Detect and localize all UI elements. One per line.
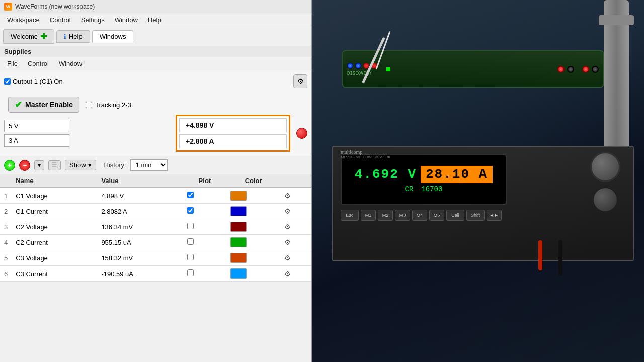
row-4-plot[interactable] xyxy=(183,235,227,250)
row-6-color[interactable] xyxy=(226,266,280,282)
supplies-header: Supplies xyxy=(0,46,311,57)
ps-watts: 16700 xyxy=(421,185,442,193)
row-6-num: 6 xyxy=(0,266,12,282)
row-5-gear-icon[interactable]: ⚙ xyxy=(284,254,291,262)
row-1-value: 4.898 V xyxy=(97,188,183,204)
row-5-name: C3 Voltage xyxy=(12,250,97,266)
ps-knob[interactable] xyxy=(590,152,620,182)
current-setpoint-input[interactable] xyxy=(4,134,69,147)
output1-checkbox[interactable] xyxy=(4,78,11,85)
tab-windows-label: Windows xyxy=(100,33,126,40)
row-3-plot[interactable] xyxy=(183,219,227,235)
tab-help[interactable]: ℹ Help xyxy=(56,30,90,43)
row-5-color[interactable] xyxy=(226,250,280,266)
row-1-gear-icon[interactable]: ⚙ xyxy=(284,192,291,200)
ps-button-row-1: Esc M1 M2 M3 M4 M5 Call Shift ◄► xyxy=(341,210,502,221)
m5-button[interactable]: M5 xyxy=(429,210,444,221)
current-input-row xyxy=(4,134,172,147)
row-1-settings[interactable]: ⚙ xyxy=(280,188,311,204)
row-4-gear-icon[interactable]: ⚙ xyxy=(284,238,291,246)
row-6-gear-icon[interactable]: ⚙ xyxy=(284,269,291,278)
row-2-plot[interactable] xyxy=(183,204,227,219)
row-2-color-swatch[interactable] xyxy=(230,206,247,216)
col-settings xyxy=(280,174,311,188)
history-select[interactable]: 1 min5 min15 min30 min1 hour xyxy=(130,159,168,171)
vc-inputs xyxy=(4,120,172,147)
show-button[interactable]: Show ▾ xyxy=(65,160,96,170)
output1-label: Output 1 (C1) On xyxy=(13,78,63,85)
row-4-num: 4 xyxy=(0,235,12,250)
row-4-color[interactable] xyxy=(226,235,280,250)
list-button[interactable]: ☰ xyxy=(48,160,61,170)
esc-button[interactable]: Esc xyxy=(341,210,359,221)
vc-display-box xyxy=(176,115,290,152)
ps-knob-2[interactable] xyxy=(593,187,618,212)
check-icon: ✔ xyxy=(15,99,22,110)
output1-section: Output 1 (C1) On ⚙ ✔ Master Enable Track… xyxy=(0,70,311,156)
row-3-color-swatch[interactable] xyxy=(230,222,247,232)
row-6-name: C3 Current xyxy=(12,266,97,282)
ps-wire-black xyxy=(558,240,562,276)
master-enable-button[interactable]: ✔ Master Enable xyxy=(8,97,79,113)
sub-menu-window[interactable]: Window xyxy=(54,58,87,69)
voltage-input-row xyxy=(4,120,172,132)
add-button[interactable]: + xyxy=(4,160,15,171)
call-button[interactable]: Call xyxy=(446,210,464,221)
menu-settings[interactable]: Settings xyxy=(76,15,110,25)
remove-button[interactable]: − xyxy=(19,160,30,171)
row-5-plot[interactable] xyxy=(183,250,227,266)
tab-welcome[interactable]: Welcome ✚ xyxy=(3,29,54,44)
row-2-settings[interactable]: ⚙ xyxy=(280,204,311,219)
extra-button[interactable]: ▾ xyxy=(34,160,44,170)
output1-settings-button[interactable]: ⚙ xyxy=(293,74,307,88)
table-row: 4 C2 Current 955.15 uA ⚙ xyxy=(0,235,311,250)
tracking-text: Tracking 2-3 xyxy=(95,101,131,109)
col-name: Name xyxy=(12,174,97,188)
row-5-num: 5 xyxy=(0,250,12,266)
row-3-settings[interactable]: ⚙ xyxy=(280,219,311,235)
row-1-color[interactable] xyxy=(226,188,280,204)
voltage-setpoint-input[interactable] xyxy=(4,120,69,132)
show-arrow-icon: ▾ xyxy=(88,161,92,169)
row-2-gear-icon[interactable]: ⚙ xyxy=(284,207,291,215)
row-5-color-swatch[interactable] xyxy=(230,253,247,263)
nav-button[interactable]: ◄► xyxy=(487,210,502,221)
menu-control[interactable]: Control xyxy=(45,15,76,25)
ps-voltage-display: 4.692 V xyxy=(355,167,417,182)
ps-cr-label: CR xyxy=(405,185,414,193)
m4-button[interactable]: M4 xyxy=(412,210,427,221)
row-4-color-swatch[interactable] xyxy=(230,237,247,247)
out-port-b1 xyxy=(567,66,574,73)
tracking-label[interactable]: Tracking 2-3 xyxy=(86,101,131,109)
menu-window[interactable]: Window xyxy=(110,15,143,25)
m1-button[interactable]: M1 xyxy=(361,210,376,221)
menu-help[interactable]: Help xyxy=(143,15,167,25)
shift-button[interactable]: Shift xyxy=(466,210,485,221)
table-row: 1 C1 Voltage 4.898 V ⚙ xyxy=(0,188,311,204)
row-3-gear-icon[interactable]: ⚙ xyxy=(284,223,291,231)
row-1-plot[interactable] xyxy=(183,188,227,204)
tab-windows[interactable]: Windows xyxy=(92,30,134,43)
output1-checkbox-label[interactable]: Output 1 (C1) On xyxy=(4,78,63,85)
row-3-color[interactable] xyxy=(226,219,280,235)
sub-menu-control[interactable]: Control xyxy=(23,58,54,69)
sub-menu-file[interactable]: File xyxy=(2,58,23,69)
ps-brand-label: multicomp xyxy=(341,149,362,155)
row-4-settings[interactable]: ⚙ xyxy=(280,235,311,250)
m2-button[interactable]: M2 xyxy=(378,210,393,221)
row-5-settings[interactable]: ⚙ xyxy=(280,250,311,266)
col-plot: Plot xyxy=(183,174,227,188)
row-6-plot[interactable] xyxy=(183,266,227,282)
menu-workspace[interactable]: Workspace xyxy=(2,15,45,25)
row-1-num: 1 xyxy=(0,188,12,204)
title-bar: W WaveForms (new workspace) xyxy=(0,0,311,13)
tracking-checkbox[interactable] xyxy=(86,102,92,108)
row-6-settings[interactable]: ⚙ xyxy=(280,266,311,282)
m3-button[interactable]: M3 xyxy=(395,210,410,221)
table-row: 2 C1 Current 2.8082 A ⚙ xyxy=(0,204,311,219)
data-table-container: Name Value Plot Color 1 C1 Voltage 4.898… xyxy=(0,174,311,362)
output-led xyxy=(296,128,307,139)
row-2-color[interactable] xyxy=(226,204,280,219)
row-6-color-swatch[interactable] xyxy=(230,268,247,279)
row-1-color-swatch[interactable] xyxy=(230,191,247,201)
